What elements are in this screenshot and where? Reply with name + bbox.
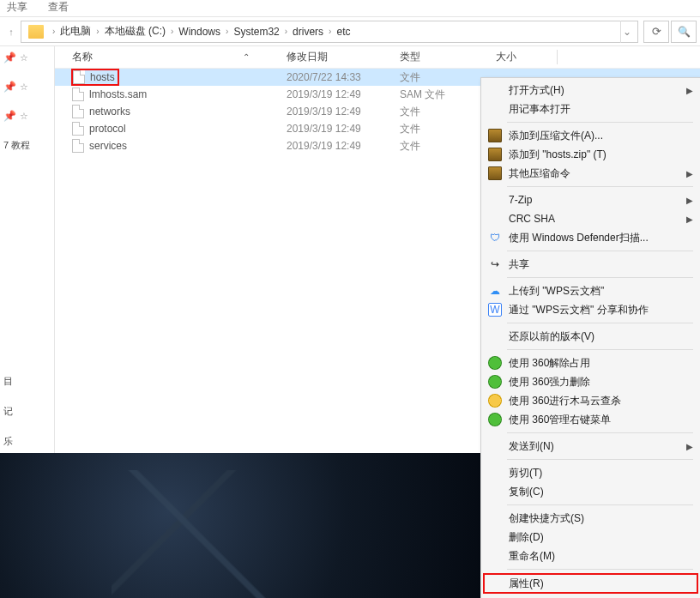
file-name-cell[interactable]: networks	[67, 105, 281, 118]
pin-icon: 📌	[3, 81, 16, 93]
chevron-right-icon: ›	[171, 27, 173, 36]
sidebar-pinned2[interactable]: 📌☆	[3, 110, 51, 122]
ctx-share[interactable]: ↪共享	[483, 255, 698, 274]
menu-separator	[507, 277, 693, 278]
file-name-label: services	[89, 140, 127, 152]
crumb-drivers[interactable]: drivers	[293, 26, 323, 38]
breadcrumb[interactable]: › 此电脑 › 本地磁盘 (C:) › Windows › System32 ›…	[21, 21, 638, 43]
file-type-cell: 文件	[395, 105, 491, 119]
ctx-defender-scan[interactable]: 🛡使用 Windows Defender扫描...	[483, 228, 698, 247]
file-type-cell: 文件	[395, 70, 491, 85]
file-icon	[72, 122, 84, 136]
ctx-open-with[interactable]: 打开方式(H)▶	[483, 81, 698, 100]
sidebar-tutorial[interactable]: 7 教程	[3, 139, 51, 152]
wps-icon: W	[488, 303, 502, 317]
folder-icon	[28, 25, 44, 39]
ctx-wps-share[interactable]: W通过 "WPS云文档" 分享和协作	[483, 300, 698, 319]
menu-separator	[507, 569, 693, 570]
tab-share[interactable]: 共享	[7, 0, 27, 15]
archive-icon	[488, 166, 502, 180]
ctx-send-to[interactable]: 发送到(N)▶	[483, 437, 698, 456]
column-date[interactable]: 修改日期	[281, 50, 395, 64]
file-name-label: hosts	[90, 71, 115, 83]
file-date-cell: 2019/3/19 12:49	[281, 106, 395, 118]
ctx-delete[interactable]: 删除(D)	[483, 528, 698, 547]
ctx-add-hosts-zip[interactable]: 添加到 "hosts.zip" (T)	[483, 145, 698, 164]
star-icon: ☆	[20, 111, 28, 122]
menu-separator	[507, 504, 693, 505]
column-size[interactable]: 大小	[491, 50, 558, 64]
ribbon-tabs: 共享 查看	[0, 0, 700, 17]
ctx-restore-versions[interactable]: 还原以前的版本(V)	[483, 327, 698, 346]
ctx-crc-sha[interactable]: CRC SHA▶	[483, 209, 698, 228]
ctx-7zip[interactable]: 7-Zip▶	[483, 190, 698, 209]
sidebar-item-c[interactable]: 乐	[3, 435, 51, 448]
ctx-360-trojan-scan[interactable]: 使用 360进行木马云查杀	[483, 391, 698, 410]
sort-caret-icon: ⌃	[243, 52, 250, 62]
menu-separator	[507, 186, 693, 187]
crumb-windows[interactable]: Windows	[178, 26, 220, 38]
ctx-other-zip[interactable]: 其他压缩命令▶	[483, 164, 698, 183]
menu-separator	[507, 459, 693, 460]
chevron-right-icon: ▶	[686, 169, 693, 178]
sidebar-item-a[interactable]: 目	[3, 375, 51, 388]
menu-separator	[507, 122, 693, 123]
crumb-c[interactable]: 本地磁盘 (C:)	[105, 24, 166, 39]
star-icon: ☆	[20, 82, 28, 93]
file-date-cell: 2019/3/19 12:49	[281, 123, 395, 135]
file-name-cell[interactable]: services	[67, 139, 281, 153]
ctx-add-archive[interactable]: 添加到压缩文件(A)...	[483, 126, 698, 145]
chevron-right-icon: ›	[329, 27, 331, 36]
ctx-open-notepad[interactable]: 用记事本打开	[483, 100, 698, 118]
ctx-360-unlock[interactable]: 使用 360解除占用	[483, 353, 698, 372]
up-icon[interactable]: ↑	[3, 24, 19, 39]
crumb-system32[interactable]: System32	[233, 26, 279, 38]
chevron-right-icon: ▶	[686, 214, 693, 224]
file-name-label: lmhosts.sam	[89, 88, 147, 100]
menu-separator	[507, 349, 693, 350]
ctx-copy[interactable]: 复制(C)	[483, 482, 698, 501]
chevron-right-icon: ▶	[686, 86, 693, 95]
column-headers[interactable]: 名称 ⌃ 修改日期 类型 大小	[55, 46, 700, 69]
archive-icon	[488, 129, 502, 142]
menu-separator	[507, 323, 693, 323]
chevron-right-icon: ›	[285, 27, 287, 36]
breadcrumb-dropdown[interactable]: ⌄	[620, 21, 632, 43]
column-name[interactable]: 名称 ⌃	[67, 50, 281, 64]
file-icon	[72, 88, 84, 101]
file-name-label: networks	[89, 106, 130, 118]
ctx-create-shortcut[interactable]: 创建快捷方式(S)	[483, 509, 698, 528]
sidebar-quickaccess[interactable]: 📌☆	[3, 51, 51, 63]
tab-view[interactable]: 查看	[48, 0, 69, 15]
chevron-right-icon: ›	[226, 27, 228, 36]
sidebar-item-b[interactable]: 记	[3, 405, 51, 418]
ctx-rename[interactable]: 重命名(M)	[483, 547, 698, 565]
pin-icon: 📌	[3, 51, 16, 63]
crumb-pc[interactable]: 此电脑	[60, 24, 91, 39]
menu-separator	[507, 432, 693, 433]
share-icon: ↪	[488, 257, 502, 271]
ctx-cut[interactable]: 剪切(T)	[483, 463, 698, 482]
search-input[interactable]: 🔍	[671, 21, 697, 43]
file-name-cell[interactable]: hosts	[67, 69, 281, 85]
context-menu: 打开方式(H)▶ 用记事本打开 添加到压缩文件(A)... 添加到 "hosts…	[480, 77, 700, 598]
crumb-etc[interactable]: etc	[336, 26, 350, 38]
file-name-cell[interactable]: protocol	[67, 122, 281, 136]
column-type[interactable]: 类型	[395, 50, 491, 64]
file-date-cell: 2020/7/22 14:33	[281, 71, 395, 83]
file-type-cell: SAM 文件	[395, 88, 491, 102]
ctx-upload-wps[interactable]: ☁上传到 "WPS云文档"	[483, 281, 698, 300]
chevron-right-icon: ›	[52, 27, 55, 36]
sidebar-pinned[interactable]: 📌☆	[3, 81, 51, 93]
file-type-cell: 文件	[395, 139, 491, 154]
ctx-properties[interactable]: 属性(R)	[483, 573, 698, 594]
pin-icon: 📌	[3, 110, 16, 122]
refresh-button[interactable]: ⟳	[643, 21, 669, 43]
file-name-cell[interactable]: lmhosts.sam	[67, 88, 281, 101]
360-icon	[488, 356, 502, 370]
file-icon	[72, 139, 84, 153]
chevron-right-icon: ›	[96, 27, 99, 36]
desktop-background	[0, 453, 480, 598]
ctx-360-force-delete[interactable]: 使用 360强力删除	[483, 372, 698, 391]
ctx-360-manage-menu[interactable]: 使用 360管理右键菜单	[483, 410, 698, 429]
